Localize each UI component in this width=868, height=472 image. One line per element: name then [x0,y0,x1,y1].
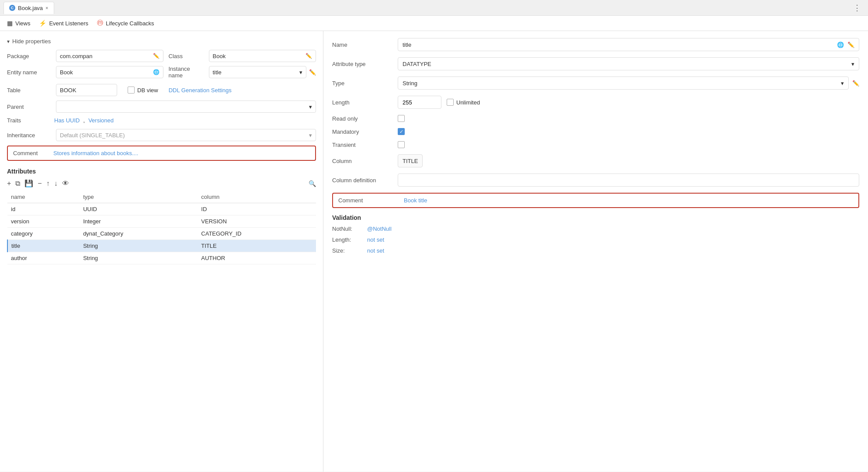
lifecycle-callbacks-label: Lifecycle Callbacks [106,20,154,27]
read-only-checkbox[interactable] [398,115,405,122]
package-edit-icon[interactable]: ✏️ [153,53,160,59]
entity-comment-value[interactable]: Stores information about books.... [53,150,138,156]
attributes-table: name type column idUUIDIDversionIntegerV… [7,191,316,264]
column-def-label: Column definition [332,177,398,184]
parent-select[interactable]: ▾ [56,101,316,113]
hide-properties-label: Hide properties [12,38,51,45]
attribute-type-select[interactable]: DATATYPE ▾ [398,57,859,70]
entity-name-input[interactable]: Book 🌐 [56,66,163,78]
validation-section: Validation NotNull: @NotNull Length: not… [332,214,859,254]
class-input[interactable]: Book ✏️ [209,50,316,62]
inheritance-value: Default (SINGLE_TABLE) [60,132,125,139]
hide-properties-header[interactable]: ▾ Hide properties [7,38,316,45]
mandatory-checkbox[interactable]: ✓ [398,128,405,135]
name-value: title [403,42,411,48]
globe-icon[interactable]: 🌐 [153,69,160,75]
views-icon: ▦ [7,20,13,27]
table-row[interactable]: titleStringTITLE [7,240,316,252]
transient-label: Transient [332,142,398,148]
class-edit-icon[interactable]: ✏️ [306,53,312,59]
lightning-icon: ⚡ [39,20,46,27]
attribute-comment-label: Comment [338,197,404,204]
not-null-value[interactable]: @NotNull [367,226,392,232]
db-view-checkbox[interactable] [128,87,135,94]
add-attribute-button[interactable]: + [7,180,11,187]
more-tabs-button[interactable]: ⋮ [850,3,865,13]
class-label: Class [169,53,204,59]
col-column-header: column [198,191,316,203]
delete-attribute-button[interactable]: − [38,180,42,187]
length-val-value[interactable]: not set [367,236,384,243]
search-attribute-button[interactable]: 🔍 [309,180,316,187]
name-input[interactable]: title 🌐 ✏️ [398,38,859,51]
cell-name: title [7,240,80,252]
attributes-title: Attributes [7,168,316,175]
inheritance-select[interactable]: Default (SINGLE_TABLE) ▾ [56,129,316,141]
entity-comment-label: Comment [13,150,48,156]
tab-close-button[interactable]: × [45,5,48,10]
name-edit-icon[interactable]: ✏️ [847,42,854,48]
visibility-button[interactable]: 👁 [62,180,69,187]
name-globe-icon[interactable]: 🌐 [837,42,844,48]
type-edit-icon[interactable]: ✏️ [852,80,859,87]
instance-name-edit-icon[interactable]: ✏️ [309,69,316,76]
entity-name-value: Book [60,69,73,76]
length-input[interactable] [398,96,441,109]
book-java-tab[interactable]: C Book.java × [3,2,54,14]
type-label: Type [332,80,398,87]
name-label: Name [332,42,398,48]
type-select[interactable]: String ▾ [398,76,849,90]
save-attribute-button[interactable]: 💾 [24,179,33,187]
trait-has-uuid-link[interactable]: Has UUID [54,117,80,124]
ddl-generation-settings-link[interactable]: DDL Generation Settings [169,87,232,94]
tab-icon: C [9,5,15,11]
cell-column: AUTHOR [198,252,316,264]
package-label: Package [7,53,51,59]
mandatory-row: Mandatory ✓ [332,128,859,135]
right-panel: Name title 🌐 ✏️ Attribute type DATATYPE … [323,31,868,472]
column-def-input[interactable] [398,174,859,187]
cell-column: VERSION [198,215,316,228]
views-label: Views [15,20,30,27]
table-row[interactable]: idUUIDID [7,203,316,215]
name-row: Name title 🌐 ✏️ [332,38,859,51]
table-label: Table [7,87,51,94]
length-val-label: Length: [332,236,367,243]
inheritance-chevron-icon: ▾ [309,132,312,139]
class-value: Book [213,53,226,59]
instance-name-select[interactable]: title ▾ [209,66,307,78]
col-name-header: name [7,191,80,203]
inheritance-label: Inheritance [7,132,51,139]
table-row[interactable]: authorStringAUTHOR [7,252,316,264]
left-panel: ▾ Hide properties Package com.compan ✏️ … [0,31,323,472]
size-label: Size: [332,247,367,254]
size-value[interactable]: not set [367,247,384,254]
unlimited-label: Unlimited [456,99,480,106]
parent-row: Parent ▾ [7,101,316,113]
views-toolbar-item[interactable]: ▦ Views [7,20,30,27]
db-view-label: DB view [137,87,158,94]
type-chevron-icon: ▾ [841,80,844,87]
table-row[interactable]: versionIntegerVERSION [7,215,316,228]
table-row[interactable]: categorydynat_CategoryCATEGORY_ID [7,228,316,240]
type-row: Type String ▾ ✏️ [332,76,859,90]
cell-column: CATEGORY_ID [198,228,316,240]
unlimited-checkbox[interactable] [447,99,454,106]
chevron-down-icon: ▾ [7,38,10,45]
copy-attribute-button[interactable]: ⧉ [15,180,20,187]
attributes-section: Attributes + ⧉ 💾 − ↑ ↓ 👁 🔍 name type col [7,168,316,264]
attribute-comment-value[interactable]: Book title [404,197,427,204]
package-input[interactable]: com.compan ✏️ [56,50,163,62]
attribute-comment-row: Comment Book title [332,193,859,208]
validation-title: Validation [332,214,859,221]
move-up-button[interactable]: ↑ [46,180,50,187]
trait-versioned-link[interactable]: Versioned [88,117,114,124]
transient-checkbox[interactable] [398,141,405,148]
table-row-form: Table BOOK DB view DDL Generation Settin… [7,84,316,96]
move-down-button[interactable]: ↓ [54,180,58,187]
cell-name: version [7,215,80,228]
event-listeners-toolbar-item[interactable]: ⚡ Event Listeners [39,20,88,27]
lifecycle-callbacks-toolbar-item[interactable]: ⓜ Lifecycle Callbacks [97,19,154,27]
table-input[interactable]: BOOK [56,84,117,96]
main-layout: ▾ Hide properties Package com.compan ✏️ … [0,31,868,472]
